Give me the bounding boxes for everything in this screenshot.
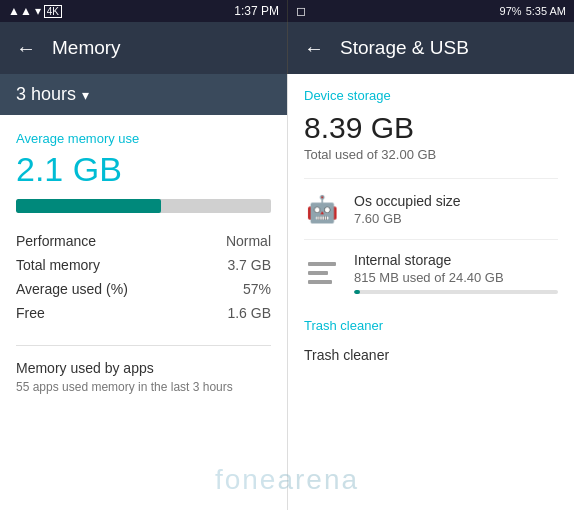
list-line-2 <box>308 271 328 275</box>
storage-main-value: 8.39 GB <box>304 111 558 145</box>
memory-content: Average memory use 2.1 GB Performance No… <box>0 115 287 510</box>
os-storage-info: Os occupied size 7.60 GB <box>354 193 558 226</box>
stat-row-avg-used: Average used (%) 57% <box>16 277 271 301</box>
trash-section-label: Trash cleaner <box>304 306 558 341</box>
right-time: 5:35 AM <box>526 5 566 17</box>
stat-value-performance: Normal <box>226 233 271 249</box>
stat-value-total: 3.7 GB <box>227 257 271 273</box>
stat-row-performance: Performance Normal <box>16 229 271 253</box>
internal-storage-info: Internal storage 815 MB used of 24.40 GB <box>354 252 558 294</box>
time-selector-value: 3 hours <box>16 84 76 105</box>
stat-label-avg-used: Average used (%) <box>16 281 128 297</box>
stat-value-free: 1.6 GB <box>227 305 271 321</box>
notification-icon: ◻ <box>296 4 306 18</box>
list-icon-container <box>304 255 340 291</box>
internal-storage-item[interactable]: Internal storage 815 MB used of 24.40 GB <box>304 239 558 306</box>
list-line-1 <box>308 262 336 266</box>
android-icon-container: 🤖 <box>304 191 340 227</box>
memory-apps-section: Memory used by apps 55 apps used memory … <box>16 345 271 394</box>
left-status-bar: ▲▲ ▾ 4K 1:37 PM <box>0 0 287 22</box>
internal-bar-fill <box>354 290 360 294</box>
dropdown-arrow-icon: ▾ <box>82 87 89 103</box>
left-panel-header: ← Memory <box>0 22 287 74</box>
device-storage-label: Device storage <box>304 88 558 103</box>
android-icon: 🤖 <box>306 194 338 225</box>
right-back-button[interactable]: ← <box>304 37 324 60</box>
memory-stats: Performance Normal Total memory 3.7 GB A… <box>16 229 271 325</box>
left-back-button[interactable]: ← <box>16 37 36 60</box>
internal-storage-size: 815 MB used of 24.40 GB <box>354 270 558 285</box>
left-header-title: Memory <box>52 37 121 59</box>
os-storage-size: 7.60 GB <box>354 211 558 226</box>
os-storage-item[interactable]: 🤖 Os occupied size 7.60 GB <box>304 178 558 239</box>
right-status-bar: ◻ 97% 5:35 AM <box>287 0 574 22</box>
stat-label-total: Total memory <box>16 257 100 273</box>
memory-panel: 3 hours ▾ Average memory use 2.1 GB Perf… <box>0 74 287 510</box>
wifi-icon: ▾ <box>35 4 41 18</box>
battery-indicator: 97% <box>500 5 522 17</box>
internal-storage-title: Internal storage <box>354 252 558 268</box>
apps-title: Memory used by apps <box>16 360 271 376</box>
left-status-icons: ▲▲ ▾ 4K <box>8 4 62 18</box>
list-line-3 <box>308 280 332 284</box>
apps-subtitle: 55 apps used memory in the last 3 hours <box>16 380 271 394</box>
right-header-title: Storage & USB <box>340 37 469 59</box>
time-selector[interactable]: 3 hours ▾ <box>0 74 287 115</box>
list-icon <box>308 262 336 284</box>
storage-content: Device storage 8.39 GB Total used of 32.… <box>288 74 574 510</box>
memory-bar <box>16 199 271 213</box>
avg-memory-label: Average memory use <box>16 131 271 146</box>
storage-panel: Device storage 8.39 GB Total used of 32.… <box>287 74 574 510</box>
data-icon: 4K <box>44 5 62 18</box>
os-storage-title: Os occupied size <box>354 193 558 209</box>
stat-row-free: Free 1.6 GB <box>16 301 271 325</box>
right-status-info: 97% 5:35 AM <box>500 5 566 17</box>
stat-label-performance: Performance <box>16 233 96 249</box>
trash-item[interactable]: Trash cleaner <box>304 341 558 369</box>
left-time: 1:37 PM <box>234 4 279 18</box>
memory-value: 2.1 GB <box>16 150 271 189</box>
stat-value-avg-used: 57% <box>243 281 271 297</box>
signal-icon: ▲▲ <box>8 4 32 18</box>
right-panel-header: ← Storage & USB <box>287 22 574 74</box>
storage-total-label: Total used of 32.00 GB <box>304 147 558 162</box>
memory-bar-fill <box>16 199 161 213</box>
stat-label-free: Free <box>16 305 45 321</box>
internal-storage-bar <box>354 290 558 294</box>
stat-row-total: Total memory 3.7 GB <box>16 253 271 277</box>
